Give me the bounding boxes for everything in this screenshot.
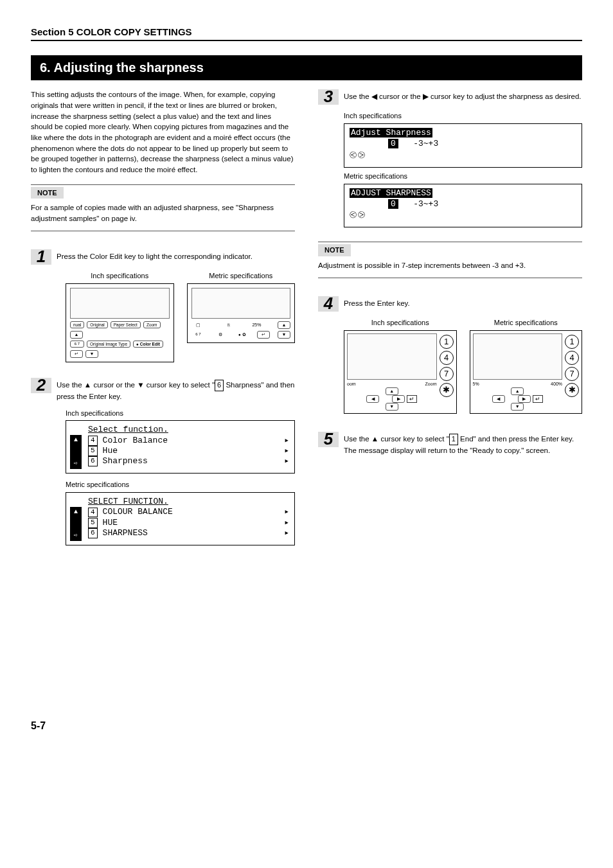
btn-zoom: Zoom [143,321,161,328]
nav-arrows-icon: ⧀⧁ [350,150,366,161]
intro-paragraph: This setting adjusts the contours of the… [31,89,295,175]
right-icon: ▶ [392,395,405,403]
key-4: 4 [440,351,454,365]
step-4-text: Press the Enter key. [344,296,582,312]
step-2-text: Use the ▲ cursor or the ▼ cursor key to … [57,378,295,402]
step-3: 3 Use the ◀ cursor or the ▶ cursor key t… [318,89,582,105]
icon-density: 6 7 [191,332,206,337]
enter-icon: ↵ [70,350,83,358]
lcd-title: SELECT FUNCTION. [88,497,289,507]
lcd-adjust-metric: ADJUST SHARPNESS 0 -3~+3 ⧀⧁ [344,184,582,228]
down-icon: ▼ [85,350,98,358]
step-number: 2 [37,376,46,393]
control-panel-inch: nual Original Paper Select Zoom ▲ 6 7 Or… [66,283,174,362]
lcd-title: ADJUST SHARPNESS [350,188,432,198]
keypad-inch: oomZoom ▲ ◀ ▶ ↵ ▼ [344,330,457,414]
key-7: 7 [440,367,454,381]
spec-head-metric: Metric specifications [470,318,583,328]
step-5-text: Use the ▲ cursor key to select "1 End" a… [344,432,582,456]
icon-doc: ▢ [191,322,206,328]
key-star: ✱ [565,383,579,397]
spec-label-inch: Inch specifications [66,409,295,418]
enter-icon: ↵ [533,395,543,403]
up-icon: ▲ [278,321,290,329]
down-icon: ▼ [386,403,398,411]
nav-arrows-icon: ⧀⧁ [350,210,366,220]
spec-head-metric: Metric specifications [187,271,296,281]
down-icon: ▼ [511,403,524,411]
right-arrow-icon: ➪ [74,532,78,540]
enter-icon: ↵ [407,395,417,403]
spec-label-metric: Metric specifications [344,172,582,181]
note-label: NOTE [318,244,351,256]
right-icon: ▶ [518,395,531,403]
step-number: 4 [324,295,333,312]
step-number: 3 [324,88,333,105]
step-number: 1 [37,248,46,265]
left-icon: ◀ [492,395,505,403]
down-icon: ▼ [278,331,290,339]
step-2: 2 Use the ▲ cursor or the ▼ cursor key t… [31,378,295,402]
left-icon: ◀ [366,395,379,403]
step-5: 5 Use the ▲ cursor key to select "1 End"… [318,432,582,456]
icon-color-edit: ● ✿ [235,332,249,337]
page-number: 5-7 [31,719,582,733]
btn-nual: nual [70,321,84,328]
lcd-title: Select function. [88,425,289,435]
control-panel-metric: ▢ ⎘ 25% ▲ 6 7 ⚙ ● ✿ ↵ ▼ [187,283,296,343]
note-text: Adjustment is possible in 7-step increme… [318,260,582,271]
spec-label-metric: Metric specifications [66,480,295,490]
keypad-metric: 5%400% ▲ ◀ ▶ ↵ ▼ [470,330,583,414]
right-arrow-icon: ➪ [74,460,78,468]
step-number: 5 [324,430,333,447]
btn-color-edit: ● Color Edit [133,341,163,348]
lcd-adjust-inch: Adjust Sharpness 0 -3~+3 ⧀⧁ [344,123,582,168]
btn-paper-select: Paper Select [111,321,141,328]
btn-orig-img-type: Original Image Type [87,341,130,348]
note-text: For a sample of copies made with an adju… [31,202,295,224]
lcd-title: Adjust Sharpness [350,128,432,137]
up-icon: ▲ [386,387,398,395]
note-label: NOTE [31,187,64,199]
lcd-select-inch: ▲ ➪ Select function. 4 Color Balance▸ 5 … [66,420,295,474]
btn-density: 6 7 [70,341,84,348]
step-1: 1 Press the Color Edit key to light the … [31,249,295,265]
spec-head-inch: Inch specifications [344,318,457,328]
step-1-text: Press the Color Edit key to light the co… [57,249,295,265]
up-arrow-icon: ▲ [74,508,78,517]
icon-paper: ⎘ [222,322,236,328]
note-2: NOTE Adjustment is possible in 7-step in… [318,242,582,278]
step-3-text: Use the ◀ cursor or the ▶ cursor key to … [344,89,582,105]
enter-icon: ↵ [257,331,270,339]
up-arrow-icon: ▲ [74,436,78,445]
btn-original: Original [87,321,107,328]
page-title-bar: 6. Adjusting the sharpness [31,55,582,80]
up-icon: ▲ [70,331,83,339]
lcd-select-metric: ▲ ➪ SELECT FUNCTION. 4 COLOUR BALANCE▸ 5… [66,492,295,545]
key-7: 7 [565,367,579,381]
pct-label: 25% [252,322,261,328]
note-1: NOTE For a sample of copies made with an… [31,184,295,231]
key-4: 4 [565,351,579,365]
spec-label-inch: Inch specifications [344,111,582,121]
step-4: 4 Press the Enter key. [318,296,582,312]
spec-head-inch: Inch specifications [66,271,174,281]
icon-type: ⚙ [213,332,227,337]
key-star: ✱ [440,383,454,397]
up-icon: ▲ [511,387,524,395]
key-1: 1 [565,335,579,349]
section-header: Section 5 COLOR COPY SETTINGS [31,26,582,41]
key-1: 1 [440,335,454,349]
